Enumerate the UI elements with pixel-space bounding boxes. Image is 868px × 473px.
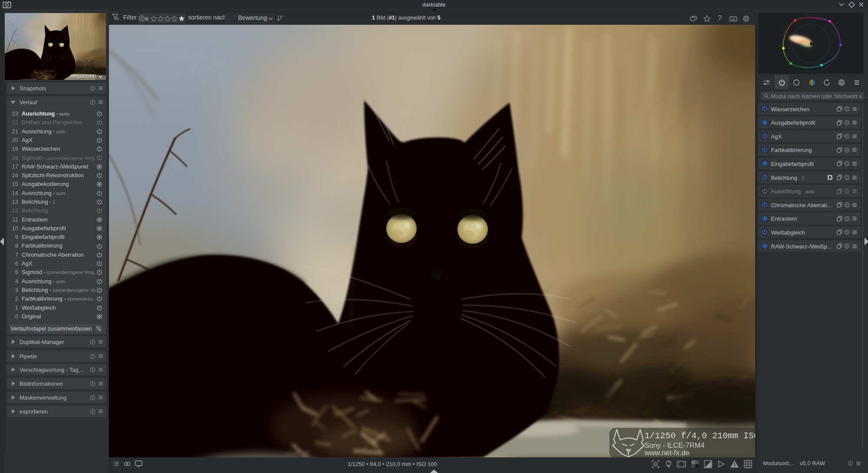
svg-text:www.net-fx.de: www.net-fx.de	[644, 449, 690, 456]
svg-text:Sony - ILCE-7RM4: Sony - ILCE-7RM4	[644, 441, 704, 449]
svg-text:1/1250 f/4,0 210mm ISO 10: 1/1250 f/4,0 210mm ISO 10	[644, 431, 755, 441]
